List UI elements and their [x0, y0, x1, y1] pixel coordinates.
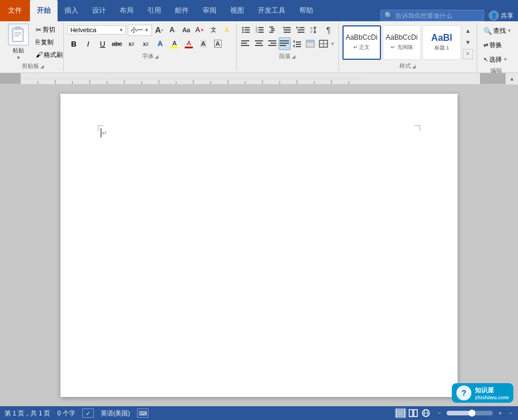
align-right-button[interactable]: [266, 37, 277, 50]
svg-rect-5: [14, 36, 19, 37]
replace-label: 替换: [489, 41, 502, 49]
justify-button[interactable]: [279, 37, 290, 50]
style-no-spacing-preview: AaBbCcDi: [386, 33, 417, 43]
superscript-button[interactable]: x2: [139, 37, 152, 50]
tab-mailings[interactable]: 邮件: [168, 0, 196, 21]
subscript-button[interactable]: x2: [125, 37, 138, 50]
change-case-button[interactable]: Aa: [180, 24, 192, 36]
collapse-ribbon-button[interactable]: ▲: [505, 73, 518, 85]
para-expand-btn[interactable]: ◢: [292, 54, 295, 59]
tab-help[interactable]: 帮助: [292, 0, 320, 21]
shading-char-button[interactable]: A: [197, 37, 210, 50]
italic-button[interactable]: I: [82, 37, 94, 50]
cut-button[interactable]: ✂ 剪切: [33, 25, 65, 35]
font-expand-icon[interactable]: ◢: [155, 54, 158, 59]
style-no-spacing-label: ↵ 无间隔: [391, 44, 413, 51]
web-layout-button[interactable]: [420, 408, 432, 418]
font-color-button[interactable]: A: [182, 37, 195, 50]
select-button[interactable]: ↖ 选择 ▼: [481, 54, 512, 66]
font-row2: B I U abc x2 x2 A: [67, 37, 233, 50]
zoom-level: －: [508, 409, 513, 417]
tab-references[interactable]: 引用: [140, 0, 168, 21]
read-mode-icon: [409, 409, 418, 417]
styles-scroll-down[interactable]: ▼: [463, 37, 473, 48]
decrease-indent-icon: [283, 25, 292, 35]
line-spacing-button[interactable]: [292, 37, 303, 50]
tab-review[interactable]: 审阅: [196, 0, 223, 21]
clear-format-button[interactable]: A✕: [194, 24, 205, 36]
bullet-list-button[interactable]: [240, 24, 253, 36]
show-marks-button[interactable]: ¶: [322, 24, 335, 36]
view-mode-buttons: [395, 408, 432, 418]
strikethrough-button[interactable]: abc: [111, 37, 123, 50]
font-size-arrow: ▼: [144, 28, 149, 33]
read-mode-button[interactable]: [407, 408, 419, 418]
tab-developer[interactable]: 开发工具: [251, 0, 292, 21]
proofing-check-button[interactable]: ✓: [82, 408, 94, 418]
find-button[interactable]: 🔍 查找 ▼: [481, 25, 512, 37]
align-left-button[interactable]: [240, 37, 252, 50]
align-center-button[interactable]: [253, 37, 265, 50]
paste-dropdown[interactable]: ▼: [8, 55, 29, 60]
search-input[interactable]: [395, 12, 480, 19]
align-left-icon: [241, 40, 250, 48]
shading-button[interactable]: [304, 37, 316, 50]
document-page[interactable]: ↵: [60, 94, 458, 397]
sort-button[interactable]: A Z: [308, 24, 321, 36]
copy-button[interactable]: ⎘ 复制: [33, 37, 65, 47]
multilevel-list-button[interactable]: [268, 24, 280, 36]
print-layout-view-button[interactable]: [395, 408, 406, 418]
char-border-button[interactable]: A: [211, 37, 224, 50]
para-expand-icon[interactable]: ▼: [330, 41, 335, 47]
zoom-in-button[interactable]: ＋: [497, 409, 503, 417]
styles-expand-icon[interactable]: ◢: [412, 64, 416, 69]
font-grow-button[interactable]: A+: [154, 24, 165, 36]
font-shrink-button[interactable]: A-: [167, 24, 178, 36]
bold-button[interactable]: B: [67, 37, 80, 50]
format-painter-button[interactable]: 🖌 格式刷: [33, 50, 65, 60]
highlight-text-button[interactable]: A: [221, 24, 233, 36]
tab-view[interactable]: 视图: [223, 0, 251, 21]
tab-insert[interactable]: 插入: [58, 0, 85, 21]
style-heading1[interactable]: AaBl 标题 1: [422, 25, 461, 60]
svg-rect-42: [271, 43, 276, 44]
text-effects-icon: A: [158, 40, 163, 48]
decrease-indent-button[interactable]: [281, 24, 294, 36]
tab-home[interactable]: 开始: [30, 0, 58, 21]
borders-button[interactable]: [317, 37, 329, 50]
numbered-list-button[interactable]: 1. 2. 3.: [254, 24, 266, 36]
zoom-slider[interactable]: [447, 411, 493, 415]
styles-more-button[interactable]: ≡: [463, 49, 473, 59]
paste-button[interactable]: 粘贴: [5, 24, 32, 55]
ruler-svg: [21, 73, 480, 84]
document-area[interactable]: ↵: [0, 85, 518, 406]
ruler-right-bg: [480, 73, 505, 84]
font-color-icon: A: [187, 40, 191, 47]
font-grow-icon: A: [155, 25, 161, 35]
zoom-out-button[interactable]: －: [436, 409, 442, 417]
record-macro-button[interactable]: ⌨: [137, 408, 148, 418]
styles-scroll-up[interactable]: ▲: [463, 26, 473, 36]
tab-layout[interactable]: 布局: [113, 0, 140, 21]
tab-design[interactable]: 设计: [85, 0, 113, 21]
phonetic-button[interactable]: 文: [207, 24, 219, 36]
highlight-color-button[interactable]: A: [168, 37, 181, 50]
clipboard-expand-icon[interactable]: ◢: [40, 64, 44, 69]
paste-icon: [8, 24, 29, 45]
svg-rect-29: [298, 32, 304, 33]
clear-format-icon: A: [196, 26, 200, 34]
search-bar: 🔍: [380, 10, 484, 21]
editing-group: 🔍 查找 ▼ ⇌ 替换 ↖ 选择 ▼ 编辑: [477, 22, 516, 71]
text-effects-button[interactable]: A: [154, 37, 166, 50]
replace-button[interactable]: ⇌ 替换: [481, 39, 512, 51]
tab-file[interactable]: 文件: [0, 0, 30, 21]
font-name-select[interactable]: Helvetica ▼: [67, 25, 126, 35]
share-button[interactable]: 👤 共享: [489, 10, 513, 21]
increase-indent-button[interactable]: [295, 24, 307, 36]
underline-button[interactable]: U: [96, 37, 109, 50]
font-size-select[interactable]: 小一 ▼: [128, 25, 151, 36]
style-normal-label: ↵ 正文: [353, 44, 370, 51]
style-normal[interactable]: AaBbCcDi ↵ 正文: [342, 25, 381, 60]
style-no-spacing[interactable]: AaBbCcDi ↵ 无间隔: [383, 25, 421, 60]
increase-indent-icon: [296, 25, 306, 35]
